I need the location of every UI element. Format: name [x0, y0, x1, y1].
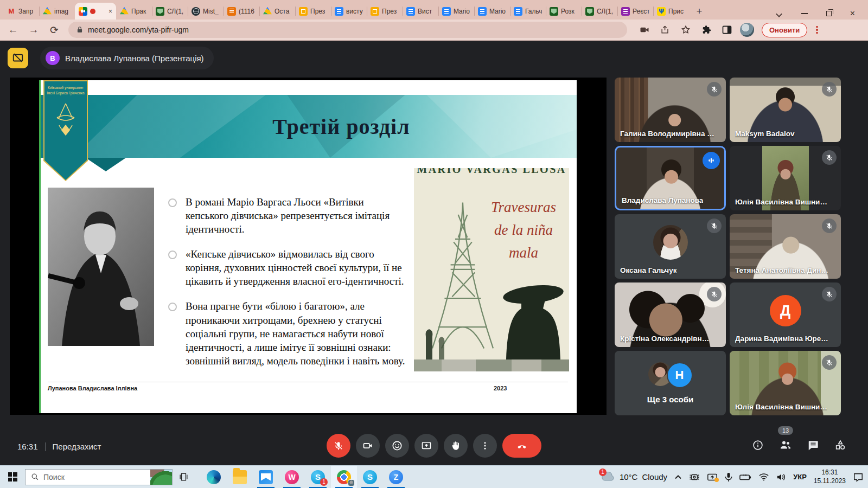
browser-tab[interactable]: Реєст	[617, 3, 653, 20]
restore-button[interactable]	[826, 11, 832, 16]
webcam-tray-icon[interactable]	[689, 473, 700, 481]
tab-close-button[interactable]: ×	[108, 8, 112, 15]
browser-tab[interactable]: Гальч	[510, 3, 546, 20]
forward-button[interactable]: →	[27, 24, 40, 36]
browser-tab[interactable]: Mist_	[188, 3, 224, 20]
participant-tile-speaking[interactable]: Владислава Лупанова	[615, 146, 726, 210]
notification-center-button[interactable]	[853, 472, 864, 482]
side-panel-icon[interactable]	[722, 24, 732, 35]
windows-logo-icon	[8, 472, 17, 481]
chat-button[interactable]	[807, 439, 819, 453]
taskbar-search[interactable]: Поиск	[25, 469, 173, 485]
mail-app[interactable]	[253, 466, 279, 488]
slide-title: Третій розділ	[207, 114, 410, 139]
tab-label: Mist_	[203, 8, 220, 15]
raise-hand-button[interactable]	[444, 434, 468, 458]
participant-tile[interactable]: Юлія Василівна Вишни…	[730, 146, 841, 210]
share-icon[interactable]	[660, 24, 671, 35]
tab-label: СЛ(1,	[167, 8, 184, 15]
weather-condition: Cloudy	[642, 472, 667, 481]
browser-tab[interactable]: СЛ(1,	[582, 3, 617, 20]
participant-tile[interactable]: Д Дарина Вадимівна Юре…	[730, 282, 841, 347]
presentation-off-badge[interactable]	[8, 48, 28, 68]
wifi-tray-icon[interactable]	[758, 473, 769, 481]
browser-tab[interactable]: През	[295, 3, 331, 20]
activities-button[interactable]	[834, 439, 846, 453]
browser-tab[interactable]: Прак	[116, 3, 152, 20]
university-name-line1: Київський університет	[44, 85, 87, 91]
zoom-app[interactable]: Z	[383, 466, 409, 488]
browser-tab[interactable]: Прис	[653, 3, 689, 20]
profile-avatar[interactable]	[740, 23, 754, 37]
tab-label: Реєст	[633, 8, 649, 15]
browser-tab[interactable]: Вист	[403, 3, 438, 20]
minimize-button[interactable]	[801, 13, 808, 14]
weather-widget[interactable]: 1 10°C Cloudy	[601, 471, 667, 483]
start-button[interactable]	[0, 466, 25, 488]
camera-icon[interactable]	[639, 24, 650, 35]
presentation-stage: Третій розділ Київський університет імен…	[10, 78, 607, 415]
docs-icon	[442, 7, 451, 16]
browser-menu-icon[interactable]	[815, 25, 819, 35]
reload-button[interactable]: ⟳	[48, 24, 61, 36]
taskbar-apps: W S 1 S Z	[201, 466, 409, 488]
participant-tile[interactable]: Галина Володимирівна …	[615, 78, 726, 142]
slide-footer-divider	[48, 382, 568, 382]
battery-tray-icon[interactable]	[739, 473, 751, 481]
edge-app[interactable]	[201, 466, 227, 488]
participant-tile[interactable]: Крістіна Олександрівн…	[615, 282, 726, 347]
chrome-update-button[interactable]: Оновити	[762, 23, 807, 37]
address-bar[interactable]: meet.google.com/yta-pifr-ugm	[68, 22, 627, 38]
browser-tab[interactable]: Запр	[3, 3, 39, 20]
present-screen-button[interactable]	[414, 434, 438, 458]
tray-expand-chevron[interactable]	[674, 474, 682, 480]
participant-tile[interactable]: Maksym Badalov	[730, 78, 841, 142]
skype-app[interactable]: S	[357, 466, 383, 488]
new-tab-button[interactable]: +	[692, 4, 706, 18]
tab-label: СЛ(1,	[597, 8, 614, 15]
end-call-button[interactable]	[502, 434, 541, 458]
cityscape-strip	[414, 359, 569, 371]
more-participants-tile[interactable]: Н Ще 3 особи	[615, 351, 726, 415]
tab-search-chevron-icon[interactable]	[776, 11, 783, 16]
browser-tab[interactable]: (1116	[224, 3, 259, 20]
taskbar-clock[interactable]: 16:31 15.11.2023	[814, 468, 846, 485]
participant-tile[interactable]: Оксана Гальчук	[615, 214, 726, 279]
file-explorer-app[interactable]	[227, 466, 253, 488]
participant-tile[interactable]: Тетяна Анатоліївна Дин…	[730, 214, 841, 279]
browser-tab-active[interactable]: ×	[75, 3, 116, 20]
reactions-button[interactable]	[385, 434, 409, 458]
extensions-puzzle-icon[interactable]	[701, 24, 712, 35]
browser-tab[interactable]: През	[367, 3, 403, 20]
close-window-button[interactable]: ×	[850, 11, 855, 16]
volume-tray-icon[interactable]	[776, 473, 786, 481]
camera-toggle-button[interactable]	[356, 434, 380, 458]
browser-tab[interactable]: Mario	[438, 3, 474, 20]
back-button[interactable]: ←	[7, 24, 20, 36]
microphone-tray-icon[interactable]	[725, 472, 732, 482]
language-indicator[interactable]: УКР	[793, 473, 807, 481]
task-view-button[interactable]	[173, 466, 194, 488]
browser-tab[interactable]: imag	[39, 3, 75, 20]
browser-tab[interactable]: Mario	[474, 3, 510, 20]
browser-tab[interactable]: висту	[331, 3, 367, 20]
bookmark-star-icon[interactable]	[680, 24, 691, 35]
browser-tab[interactable]: Розк	[546, 3, 582, 20]
screen-share-tray-icon[interactable]	[707, 473, 718, 481]
slide-title-banner: Третій розділ	[41, 95, 577, 158]
browser-tab[interactable]: СЛ(1,	[152, 3, 188, 20]
more-avatars: Н	[648, 362, 693, 388]
browser-tab[interactable]: Оста	[259, 3, 295, 20]
mic-toggle-button[interactable]	[327, 434, 350, 458]
lock-icon	[76, 26, 84, 34]
presenter-avatar: B	[46, 51, 60, 65]
participants-button[interactable]: 13	[779, 438, 792, 453]
meeting-details-button[interactable]	[752, 439, 764, 453]
chrome-app[interactable]	[331, 466, 357, 488]
participant-tile[interactable]: Юлія Василівна Вишни…	[730, 351, 841, 415]
skype-notification-app[interactable]: S 1	[305, 466, 331, 488]
w-app[interactable]: W	[279, 466, 305, 488]
more-options-button[interactable]	[473, 434, 497, 458]
participant-photo-avatar	[653, 225, 688, 260]
clock-date: 15.11.2023	[814, 477, 846, 486]
